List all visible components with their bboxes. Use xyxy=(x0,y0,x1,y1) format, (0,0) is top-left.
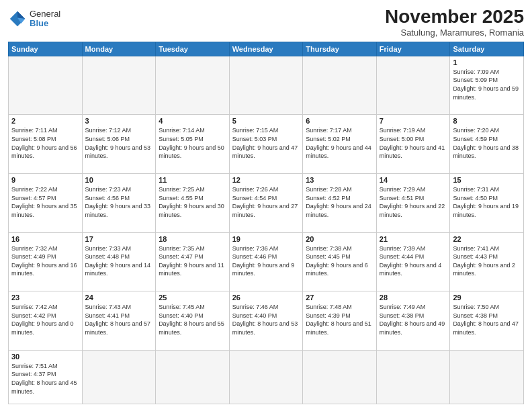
day-number: 2 xyxy=(11,117,79,125)
table-row: 20Sunrise: 7:38 AMSunset: 4:45 PMDayligh… xyxy=(303,232,377,291)
subtitle: Satulung, Maramures, Romania xyxy=(385,28,524,38)
table-row: 12Sunrise: 7:26 AMSunset: 4:54 PMDayligh… xyxy=(229,173,303,232)
day-info: Sunrise: 7:26 AMSunset: 4:54 PMDaylight:… xyxy=(232,185,300,219)
day-info: Sunrise: 7:20 AMSunset: 4:59 PMDaylight:… xyxy=(453,126,521,160)
table-row: 9Sunrise: 7:22 AMSunset: 4:57 PMDaylight… xyxy=(9,173,83,232)
day-number: 20 xyxy=(306,235,373,243)
day-info: Sunrise: 7:33 AMSunset: 4:48 PMDaylight:… xyxy=(85,244,153,278)
day-info: Sunrise: 7:51 AMSunset: 4:37 PMDaylight:… xyxy=(11,362,79,396)
table-row: 23Sunrise: 7:42 AMSunset: 4:42 PMDayligh… xyxy=(9,291,83,351)
table-row: 21Sunrise: 7:39 AMSunset: 4:44 PMDayligh… xyxy=(376,232,450,291)
day-info: Sunrise: 7:28 AMSunset: 4:52 PMDaylight:… xyxy=(306,185,373,219)
day-number: 14 xyxy=(380,176,447,184)
day-number: 18 xyxy=(159,235,226,243)
header-saturday: Saturday xyxy=(450,42,524,56)
logo-text: General Blue xyxy=(30,9,60,29)
day-info: Sunrise: 7:41 AMSunset: 4:43 PMDaylight:… xyxy=(453,244,521,278)
day-number: 7 xyxy=(380,117,447,125)
day-number: 19 xyxy=(232,235,300,243)
day-number: 8 xyxy=(453,117,521,125)
table-row xyxy=(82,56,156,115)
table-row: 13Sunrise: 7:28 AMSunset: 4:52 PMDayligh… xyxy=(303,173,377,232)
table-row: 2Sunrise: 7:11 AMSunset: 5:08 PMDaylight… xyxy=(9,115,83,174)
day-info: Sunrise: 7:31 AMSunset: 4:50 PMDaylight:… xyxy=(453,185,521,219)
day-info: Sunrise: 7:50 AMSunset: 4:38 PMDaylight:… xyxy=(453,303,521,336)
table-row: 15Sunrise: 7:31 AMSunset: 4:50 PMDayligh… xyxy=(450,173,524,232)
day-number: 15 xyxy=(453,176,521,184)
day-info: Sunrise: 7:45 AMSunset: 4:40 PMDaylight:… xyxy=(159,303,226,336)
table-row xyxy=(229,350,303,404)
day-info: Sunrise: 7:11 AMSunset: 5:08 PMDaylight:… xyxy=(11,126,79,160)
table-row: 17Sunrise: 7:33 AMSunset: 4:48 PMDayligh… xyxy=(82,232,156,291)
day-info: Sunrise: 7:32 AMSunset: 4:49 PMDaylight:… xyxy=(11,244,79,278)
day-info: Sunrise: 7:19 AMSunset: 5:00 PMDaylight:… xyxy=(380,126,447,160)
table-row xyxy=(156,350,230,404)
day-number: 10 xyxy=(85,176,153,184)
day-info: Sunrise: 7:42 AMSunset: 4:42 PMDaylight:… xyxy=(11,303,79,336)
day-info: Sunrise: 7:38 AMSunset: 4:45 PMDaylight:… xyxy=(306,244,373,278)
day-number: 9 xyxy=(11,176,79,184)
day-number: 5 xyxy=(232,117,300,125)
day-info: Sunrise: 7:25 AMSunset: 4:55 PMDaylight:… xyxy=(159,185,226,219)
day-number: 24 xyxy=(85,293,153,302)
table-row: 10Sunrise: 7:23 AMSunset: 4:56 PMDayligh… xyxy=(82,173,156,232)
table-row xyxy=(303,350,377,404)
table-row xyxy=(9,56,83,115)
logo-icon xyxy=(8,9,27,28)
day-info: Sunrise: 7:23 AMSunset: 4:56 PMDaylight:… xyxy=(85,185,153,219)
logo: General Blue xyxy=(8,9,60,29)
day-info: Sunrise: 7:49 AMSunset: 4:38 PMDaylight:… xyxy=(380,303,447,336)
month-title: November 2025 xyxy=(385,7,524,28)
table-row: 25Sunrise: 7:45 AMSunset: 4:40 PMDayligh… xyxy=(156,291,230,351)
day-number: 17 xyxy=(85,235,153,243)
day-number: 11 xyxy=(159,176,226,184)
table-row: 26Sunrise: 7:46 AMSunset: 4:40 PMDayligh… xyxy=(229,291,303,351)
day-info: Sunrise: 7:29 AMSunset: 4:51 PMDaylight:… xyxy=(380,185,447,219)
table-row xyxy=(376,350,450,404)
table-row: 24Sunrise: 7:43 AMSunset: 4:41 PMDayligh… xyxy=(82,291,156,351)
table-row: 29Sunrise: 7:50 AMSunset: 4:38 PMDayligh… xyxy=(450,291,524,351)
day-number: 4 xyxy=(159,117,226,125)
table-row: 6Sunrise: 7:17 AMSunset: 5:02 PMDaylight… xyxy=(303,115,377,174)
header-wednesday: Wednesday xyxy=(229,42,303,56)
svg-marker-1 xyxy=(17,11,25,19)
table-row: 5Sunrise: 7:15 AMSunset: 5:03 PMDaylight… xyxy=(229,115,303,174)
table-row xyxy=(229,56,303,115)
table-row: 8Sunrise: 7:20 AMSunset: 4:59 PMDaylight… xyxy=(450,115,524,174)
day-info: Sunrise: 7:14 AMSunset: 5:05 PMDaylight:… xyxy=(159,126,226,160)
day-number: 29 xyxy=(453,293,521,302)
table-row: 19Sunrise: 7:36 AMSunset: 4:46 PMDayligh… xyxy=(229,232,303,291)
day-info: Sunrise: 7:35 AMSunset: 4:47 PMDaylight:… xyxy=(159,244,226,278)
day-info: Sunrise: 7:17 AMSunset: 5:02 PMDaylight:… xyxy=(306,126,373,160)
day-number: 3 xyxy=(85,117,153,125)
day-info: Sunrise: 7:48 AMSunset: 4:39 PMDaylight:… xyxy=(306,303,373,336)
table-row: 22Sunrise: 7:41 AMSunset: 4:43 PMDayligh… xyxy=(450,232,524,291)
day-info: Sunrise: 7:43 AMSunset: 4:41 PMDaylight:… xyxy=(85,303,153,336)
header: General Blue November 2025 Satulung, Mar… xyxy=(8,7,524,38)
table-row: 14Sunrise: 7:29 AMSunset: 4:51 PMDayligh… xyxy=(376,173,450,232)
header-friday: Friday xyxy=(376,42,450,56)
table-row xyxy=(303,56,377,115)
day-info: Sunrise: 7:46 AMSunset: 4:40 PMDaylight:… xyxy=(232,303,300,336)
day-number: 27 xyxy=(306,293,373,302)
table-row xyxy=(82,350,156,404)
day-info: Sunrise: 7:39 AMSunset: 4:44 PMDaylight:… xyxy=(380,244,447,278)
table-row: 7Sunrise: 7:19 AMSunset: 5:00 PMDaylight… xyxy=(376,115,450,174)
day-info: Sunrise: 7:15 AMSunset: 5:03 PMDaylight:… xyxy=(232,126,300,160)
day-number: 13 xyxy=(306,176,373,184)
day-number: 23 xyxy=(11,293,79,302)
header-tuesday: Tuesday xyxy=(156,42,230,56)
day-number: 25 xyxy=(159,293,226,302)
header-sunday: Sunday xyxy=(9,42,83,56)
table-row: 18Sunrise: 7:35 AMSunset: 4:47 PMDayligh… xyxy=(156,232,230,291)
calendar-week-row: 1Sunrise: 7:09 AMSunset: 5:09 PMDaylight… xyxy=(9,56,524,115)
table-row: 28Sunrise: 7:49 AMSunset: 4:38 PMDayligh… xyxy=(376,291,450,351)
day-number: 28 xyxy=(380,293,447,302)
weekday-header-row: Sunday Monday Tuesday Wednesday Thursday… xyxy=(9,42,524,56)
day-info: Sunrise: 7:12 AMSunset: 5:06 PMDaylight:… xyxy=(85,126,153,160)
day-info: Sunrise: 7:36 AMSunset: 4:46 PMDaylight:… xyxy=(232,244,300,278)
calendar-week-row: 30Sunrise: 7:51 AMSunset: 4:37 PMDayligh… xyxy=(9,350,524,404)
day-number: 21 xyxy=(380,235,447,243)
header-thursday: Thursday xyxy=(303,42,377,56)
table-row: 11Sunrise: 7:25 AMSunset: 4:55 PMDayligh… xyxy=(156,173,230,232)
